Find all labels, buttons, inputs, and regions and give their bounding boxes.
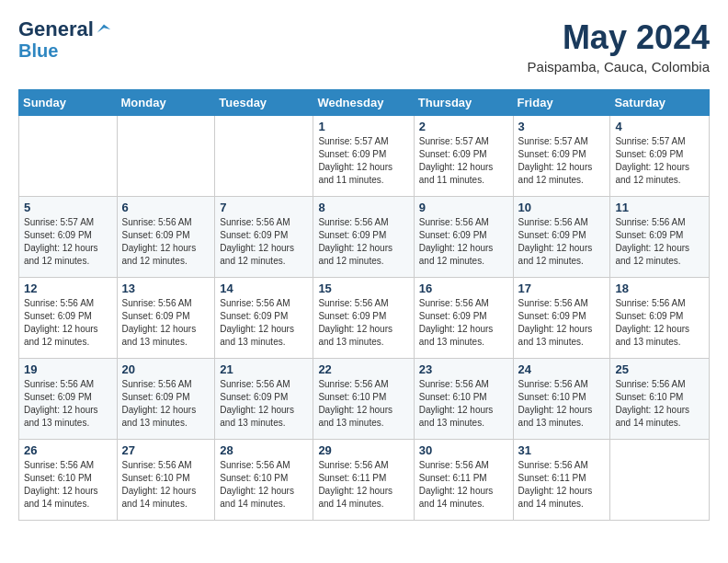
day-number: 14 <box>220 282 308 295</box>
day-info: Sunrise: 5:56 AMSunset: 6:09 PMDaylight:… <box>220 378 308 430</box>
calendar-cell: 3Sunrise: 5:57 AMSunset: 6:09 PMDaylight… <box>513 116 610 197</box>
weekday-header-wednesday: Wednesday <box>313 90 414 116</box>
day-info: Sunrise: 5:56 AMSunset: 6:09 PMDaylight:… <box>615 216 704 268</box>
weekday-header-tuesday: Tuesday <box>215 90 313 116</box>
day-number: 16 <box>419 282 508 295</box>
calendar-header: SundayMondayTuesdayWednesdayThursdayFrid… <box>19 90 710 116</box>
day-info: Sunrise: 5:57 AMSunset: 6:09 PMDaylight:… <box>615 135 704 187</box>
calendar-cell <box>117 116 215 197</box>
calendar-cell <box>610 440 710 521</box>
day-info: Sunrise: 5:56 AMSunset: 6:09 PMDaylight:… <box>122 297 210 349</box>
day-number: 7 <box>220 201 308 214</box>
weekday-header-saturday: Saturday <box>610 90 710 116</box>
page-header: General Blue May 2024 Paispamba, Cauca, … <box>18 18 710 75</box>
calendar-cell: 30Sunrise: 5:56 AMSunset: 6:11 PMDayligh… <box>414 440 513 521</box>
calendar-cell: 14Sunrise: 5:56 AMSunset: 6:09 PMDayligh… <box>215 278 313 359</box>
calendar-cell: 12Sunrise: 5:56 AMSunset: 6:09 PMDayligh… <box>19 278 118 359</box>
calendar-cell: 11Sunrise: 5:56 AMSunset: 6:09 PMDayligh… <box>610 197 710 278</box>
calendar-cell: 6Sunrise: 5:56 AMSunset: 6:09 PMDaylight… <box>117 197 215 278</box>
day-info: Sunrise: 5:56 AMSunset: 6:09 PMDaylight:… <box>220 297 308 349</box>
day-info: Sunrise: 5:56 AMSunset: 6:09 PMDaylight:… <box>518 297 606 349</box>
calendar-week-row: 5Sunrise: 5:57 AMSunset: 6:09 PMDaylight… <box>19 197 710 278</box>
day-info: Sunrise: 5:57 AMSunset: 6:09 PMDaylight:… <box>518 135 606 187</box>
day-number: 11 <box>615 201 704 214</box>
day-number: 13 <box>122 282 210 295</box>
day-info: Sunrise: 5:57 AMSunset: 6:09 PMDaylight:… <box>318 135 408 187</box>
day-number: 15 <box>318 282 408 295</box>
calendar-cell: 21Sunrise: 5:56 AMSunset: 6:09 PMDayligh… <box>215 359 313 440</box>
day-number: 30 <box>419 443 508 457</box>
calendar-cell: 29Sunrise: 5:56 AMSunset: 6:11 PMDayligh… <box>313 440 414 521</box>
calendar-cell: 7Sunrise: 5:56 AMSunset: 6:09 PMDaylight… <box>215 197 313 278</box>
calendar-cell: 22Sunrise: 5:56 AMSunset: 6:10 PMDayligh… <box>313 359 414 440</box>
day-info: Sunrise: 5:56 AMSunset: 6:11 PMDaylight:… <box>318 459 408 511</box>
day-number: 23 <box>419 362 508 376</box>
calendar-cell: 17Sunrise: 5:56 AMSunset: 6:09 PMDayligh… <box>513 278 610 359</box>
day-info: Sunrise: 5:56 AMSunset: 6:10 PMDaylight:… <box>615 378 704 430</box>
day-number: 8 <box>318 201 408 214</box>
day-number: 29 <box>318 443 408 457</box>
day-info: Sunrise: 5:56 AMSunset: 6:09 PMDaylight:… <box>318 297 408 349</box>
day-number: 2 <box>419 120 508 133</box>
logo-bird-icon <box>96 21 112 38</box>
calendar-table: SundayMondayTuesdayWednesdayThursdayFrid… <box>18 89 710 521</box>
day-info: Sunrise: 5:56 AMSunset: 6:11 PMDaylight:… <box>419 459 508 511</box>
calendar-cell: 13Sunrise: 5:56 AMSunset: 6:09 PMDayligh… <box>117 278 215 359</box>
day-number: 12 <box>24 282 112 295</box>
day-number: 21 <box>220 362 308 376</box>
location: Paispamba, Cauca, Colombia <box>528 59 710 75</box>
day-info: Sunrise: 5:56 AMSunset: 6:09 PMDaylight:… <box>419 216 508 268</box>
weekday-header-thursday: Thursday <box>414 90 513 116</box>
calendar-cell: 18Sunrise: 5:56 AMSunset: 6:09 PMDayligh… <box>610 278 710 359</box>
calendar-cell: 20Sunrise: 5:56 AMSunset: 6:09 PMDayligh… <box>117 359 215 440</box>
day-info: Sunrise: 5:56 AMSunset: 6:09 PMDaylight:… <box>220 216 308 268</box>
day-number: 18 <box>615 282 704 295</box>
day-info: Sunrise: 5:56 AMSunset: 6:09 PMDaylight:… <box>615 297 704 349</box>
day-info: Sunrise: 5:56 AMSunset: 6:10 PMDaylight:… <box>122 459 210 511</box>
day-number: 9 <box>419 201 508 214</box>
weekday-header-row: SundayMondayTuesdayWednesdayThursdayFrid… <box>19 90 710 116</box>
calendar-cell: 1Sunrise: 5:57 AMSunset: 6:09 PMDaylight… <box>313 116 414 197</box>
day-info: Sunrise: 5:57 AMSunset: 6:09 PMDaylight:… <box>24 216 112 268</box>
day-info: Sunrise: 5:56 AMSunset: 6:10 PMDaylight:… <box>24 459 112 511</box>
calendar-cell: 4Sunrise: 5:57 AMSunset: 6:09 PMDaylight… <box>610 116 710 197</box>
title-block: May 2024 Paispamba, Cauca, Colombia <box>528 18 710 75</box>
day-number: 4 <box>615 120 704 133</box>
svg-marker-0 <box>97 25 110 33</box>
day-number: 27 <box>122 443 210 457</box>
day-info: Sunrise: 5:57 AMSunset: 6:09 PMDaylight:… <box>419 135 508 187</box>
day-number: 5 <box>24 201 112 214</box>
calendar-cell: 28Sunrise: 5:56 AMSunset: 6:10 PMDayligh… <box>215 440 313 521</box>
day-number: 28 <box>220 443 308 457</box>
calendar-cell: 10Sunrise: 5:56 AMSunset: 6:09 PMDayligh… <box>513 197 610 278</box>
day-info: Sunrise: 5:56 AMSunset: 6:09 PMDaylight:… <box>24 297 112 349</box>
month-title: May 2024 <box>528 18 710 57</box>
day-number: 20 <box>122 362 210 376</box>
day-info: Sunrise: 5:56 AMSunset: 6:10 PMDaylight:… <box>318 378 408 430</box>
calendar-cell <box>215 116 313 197</box>
calendar-cell: 5Sunrise: 5:57 AMSunset: 6:09 PMDaylight… <box>19 197 118 278</box>
day-info: Sunrise: 5:56 AMSunset: 6:09 PMDaylight:… <box>518 216 606 268</box>
day-info: Sunrise: 5:56 AMSunset: 6:10 PMDaylight:… <box>419 378 508 430</box>
day-info: Sunrise: 5:56 AMSunset: 6:11 PMDaylight:… <box>518 459 606 511</box>
calendar-cell: 31Sunrise: 5:56 AMSunset: 6:11 PMDayligh… <box>513 440 610 521</box>
day-number: 24 <box>518 362 606 376</box>
calendar-cell: 2Sunrise: 5:57 AMSunset: 6:09 PMDaylight… <box>414 116 513 197</box>
day-number: 19 <box>24 362 112 376</box>
logo-text-blue: Blue <box>18 40 112 61</box>
calendar-week-row: 26Sunrise: 5:56 AMSunset: 6:10 PMDayligh… <box>19 440 710 521</box>
day-number: 22 <box>318 362 408 376</box>
calendar-cell: 27Sunrise: 5:56 AMSunset: 6:10 PMDayligh… <box>117 440 215 521</box>
day-info: Sunrise: 5:56 AMSunset: 6:09 PMDaylight:… <box>122 378 210 430</box>
logo-text-general: General <box>18 18 94 40</box>
calendar-cell <box>19 116 118 197</box>
calendar-cell: 9Sunrise: 5:56 AMSunset: 6:09 PMDaylight… <box>414 197 513 278</box>
day-info: Sunrise: 5:56 AMSunset: 6:09 PMDaylight:… <box>122 216 210 268</box>
day-number: 1 <box>318 120 408 133</box>
day-info: Sunrise: 5:56 AMSunset: 6:09 PMDaylight:… <box>419 297 508 349</box>
weekday-header-sunday: Sunday <box>19 90 118 116</box>
day-number: 25 <box>615 362 704 376</box>
calendar-cell: 19Sunrise: 5:56 AMSunset: 6:09 PMDayligh… <box>19 359 118 440</box>
day-number: 10 <box>518 201 606 214</box>
calendar-week-row: 12Sunrise: 5:56 AMSunset: 6:09 PMDayligh… <box>19 278 710 359</box>
